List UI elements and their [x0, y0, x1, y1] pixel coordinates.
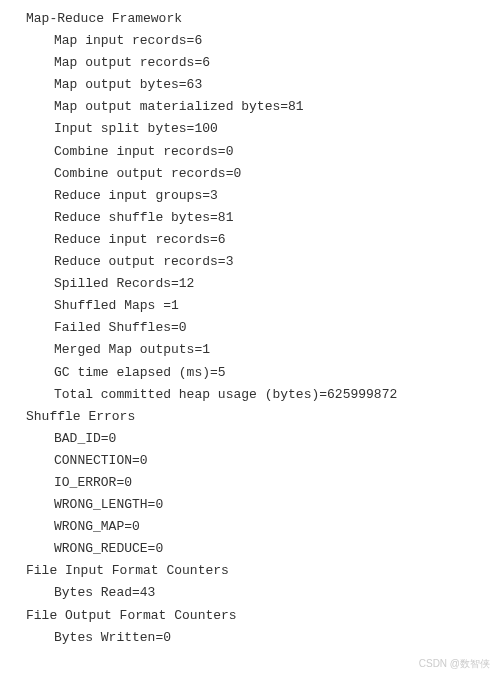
metric-map-input-records: Map input records=6	[12, 30, 488, 52]
log-output: Map-Reduce Framework Map input records=6…	[12, 8, 488, 649]
watermark: CSDN @数智侠	[419, 655, 490, 672]
metric-combine-input-records: Combine input records=0	[12, 141, 488, 163]
metric-failed-shuffles: Failed Shuffles=0	[12, 317, 488, 339]
metric-io-error: IO_ERROR=0	[12, 472, 488, 494]
metric-wrong-map: WRONG_MAP=0	[12, 516, 488, 538]
metric-combine-output-records: Combine output records=0	[12, 163, 488, 185]
metric-reduce-shuffle-bytes: Reduce shuffle bytes=81	[12, 207, 488, 229]
metric-map-output-bytes: Map output bytes=63	[12, 74, 488, 96]
section-header-shuffle-errors: Shuffle Errors	[12, 406, 488, 428]
metric-bad-id: BAD_ID=0	[12, 428, 488, 450]
metric-reduce-input-records: Reduce input records=6	[12, 229, 488, 251]
metric-gc-time-elapsed: GC time elapsed (ms)=5	[12, 362, 488, 384]
section-header-file-input: File Input Format Counters	[12, 560, 488, 582]
metric-map-output-materialized-bytes: Map output materialized bytes=81	[12, 96, 488, 118]
metric-bytes-read: Bytes Read=43	[12, 582, 488, 604]
metric-merged-map-outputs: Merged Map outputs=1	[12, 339, 488, 361]
metric-shuffled-maps: Shuffled Maps =1	[12, 295, 488, 317]
metric-reduce-output-records: Reduce output records=3	[12, 251, 488, 273]
metric-reduce-input-groups: Reduce input groups=3	[12, 185, 488, 207]
section-header-file-output: File Output Format Counters	[12, 605, 488, 627]
metric-map-output-records: Map output records=6	[12, 52, 488, 74]
metric-spilled-records: Spilled Records=12	[12, 273, 488, 295]
metric-input-split-bytes: Input split bytes=100	[12, 118, 488, 140]
metric-wrong-length: WRONG_LENGTH=0	[12, 494, 488, 516]
metric-total-committed-heap: Total committed heap usage (bytes)=62599…	[12, 384, 488, 406]
metric-connection: CONNECTION=0	[12, 450, 488, 472]
section-header-mapreduce: Map-Reduce Framework	[12, 8, 488, 30]
metric-wrong-reduce: WRONG_REDUCE=0	[12, 538, 488, 560]
metric-bytes-written: Bytes Written=0	[12, 627, 488, 649]
